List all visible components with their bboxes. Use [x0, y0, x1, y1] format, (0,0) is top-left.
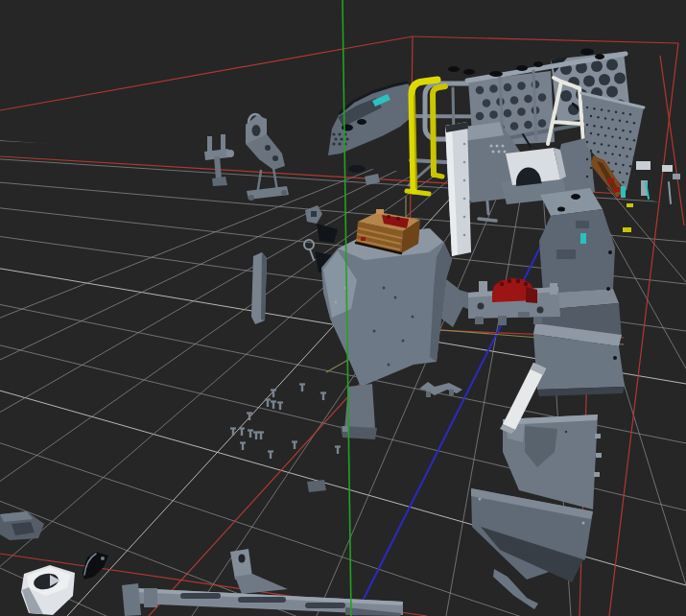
hardware-bit-6-cap — [320, 391, 326, 393]
hardware-bit-8-cap — [230, 427, 236, 429]
ramp-grating-dot — [604, 134, 606, 136]
bumper-slot-2 — [238, 597, 286, 603]
hardware-bit-13 — [242, 443, 244, 450]
ramp-grating-dot — [611, 135, 613, 137]
ramp-grating-dot — [593, 125, 595, 127]
mid-slab-rivets-dot — [496, 145, 499, 148]
hex-panel-b-holes-dot — [583, 76, 595, 87]
hex-panel-a-holes-dot — [517, 82, 526, 90]
ramp-red-bit-2 — [613, 187, 620, 192]
scene-svg — [0, 0, 686, 616]
hull-rivet-6 — [412, 316, 414, 319]
cowl-vent-holes-dot — [338, 142, 341, 145]
hex-panel-a-holes-dot — [538, 119, 547, 128]
white-panel-rivets-dot — [463, 179, 466, 182]
manifold-bump-1 — [500, 282, 504, 286]
ramp-grating-dot — [607, 109, 609, 111]
yellow-tube-foot — [407, 191, 429, 194]
ramp-grating-dot — [611, 153, 613, 154]
wall-patch-1 — [576, 221, 589, 228]
fork-knob — [226, 150, 234, 157]
hex-panel-a-holes-dot — [476, 86, 485, 95]
wall-teal-bit-1 — [580, 233, 586, 244]
ramp-grating-dot — [633, 139, 635, 141]
top-fitting-5 — [533, 61, 543, 67]
mid-slab-rivets-dot — [492, 151, 495, 154]
ramp-grating-dot — [593, 142, 595, 144]
beam-notch — [518, 312, 530, 318]
ramp-grating-dot — [626, 173, 627, 175]
wall-black-bit-1 — [571, 194, 580, 200]
ramp-grating-dot — [601, 126, 603, 128]
wall-bolt-3 — [613, 356, 617, 360]
bumper-tab-hole — [239, 555, 246, 563]
ramp-grating-dot — [615, 129, 617, 130]
crate-red-dot-2 — [396, 217, 400, 221]
ramp-grating-dot — [593, 107, 595, 109]
hex-panel-a-holes-dot — [517, 107, 526, 116]
hardware-bit-16-cap — [335, 445, 341, 447]
hull-rivet-1 — [383, 287, 386, 290]
ramp-grating-dot — [633, 122, 635, 124]
hardware-bit-9-cap — [239, 427, 245, 429]
wall-teal-bit-2 — [621, 186, 626, 198]
wall-patch-2 — [556, 249, 576, 259]
cowl-under-shadow — [348, 165, 366, 173]
ramp-grating-dot — [590, 132, 592, 134]
hardware-bit-2-cap — [271, 389, 276, 391]
seat-arm-hole-1 — [265, 145, 271, 151]
cowl-vent-holes-dot — [332, 142, 335, 145]
panel-tab-2 — [596, 453, 602, 458]
ramp-grating-dot — [622, 164, 624, 166]
fork-prong-2 — [221, 134, 225, 151]
ramp-grating-dot — [615, 163, 617, 165]
hardware-bit-9 — [241, 429, 243, 436]
hardware-bit-13-cap — [240, 441, 246, 443]
ramp-grating-dot — [615, 111, 617, 113]
ramp-grating-dot — [622, 112, 624, 114]
crate-red-latch — [361, 237, 366, 241]
ramp-grating-dot — [601, 108, 603, 110]
top-fitting-3 — [489, 71, 503, 77]
white-panel-rivets-dot — [463, 198, 466, 201]
3d-viewport[interactable] — [0, 0, 686, 616]
beam-foot-3 — [533, 317, 542, 324]
hardware-bit-1 — [301, 385, 303, 391]
hardware-bit-4 — [272, 402, 274, 409]
bumper-left-end — [122, 583, 141, 616]
top-fitting-6 — [580, 49, 594, 56]
wall-white-bit — [636, 161, 651, 170]
bumper-slot-1 — [180, 593, 221, 599]
beam-pillar-right — [550, 283, 557, 295]
hardware-bit-6 — [322, 393, 324, 400]
far-right-bit-1 — [662, 165, 673, 172]
hex-panel-b-holes-dot — [560, 90, 572, 102]
wall-bolt-1 — [608, 250, 612, 254]
hardware-bit-1-cap — [299, 383, 305, 385]
ramp-grating-dot — [586, 107, 588, 108]
hex-panel-a-holes-dot — [476, 112, 485, 121]
hex-panel-a-holes-dot — [538, 93, 547, 102]
ramp-grating-dot — [626, 121, 627, 123]
ramp-grating-dot — [619, 120, 621, 122]
beam-hole-1 — [478, 303, 485, 310]
mid-slab-rivets-dot — [502, 145, 505, 148]
hardware-bit-14 — [270, 452, 272, 459]
hardware-bit-3-cap — [265, 398, 271, 400]
ramp-grating-dot — [604, 152, 606, 154]
hex-panel-a-holes-dot — [524, 95, 532, 104]
ramp-grating-dot — [629, 182, 631, 184]
ramp-grating-dot — [619, 137, 621, 139]
ramp-red-bit-1 — [607, 178, 614, 183]
ramp-grating-dot — [607, 161, 609, 163]
ramp-grating-dot — [611, 118, 613, 120]
panel-tab-3 — [594, 472, 600, 477]
beam-pillar-left — [479, 281, 487, 294]
ramp-grating-dot — [619, 154, 621, 156]
ramp-grating-dot — [633, 156, 635, 158]
manifold-bump-3 — [516, 279, 520, 283]
hull-rivet-4 — [402, 340, 405, 343]
mid-slab-rivets-dot — [490, 145, 493, 148]
panel-bolt-2 — [582, 522, 585, 525]
ramp-grating-dot — [597, 151, 599, 153]
